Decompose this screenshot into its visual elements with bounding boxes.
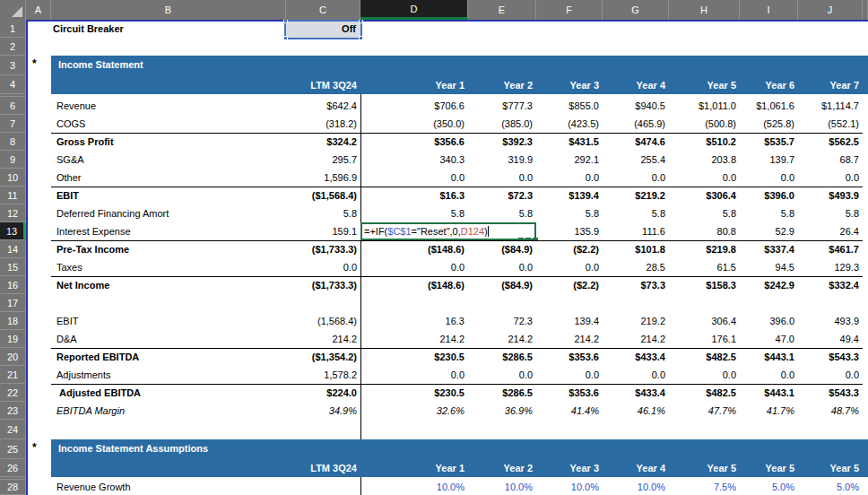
cell-D9[interactable]: 340.3 [360,151,468,169]
row-header-10[interactable]: 10 [0,169,26,187]
assumptions-banner[interactable]: Income Statement Assumptions LTM 3Q24Yea… [51,439,868,477]
cell-I13[interactable]: 52.9 [740,222,798,240]
as-col-header-4[interactable]: Year 4 [603,460,669,476]
row-header-17[interactable]: 17 [0,294,26,312]
cell-B20[interactable]: Reported EBITDA [51,349,286,366]
cell-B11[interactable]: EBIT [51,187,286,204]
cell-H21[interactable]: 0.0 [669,366,740,384]
cell-F21[interactable]: 0.0 [536,366,603,384]
is-col-header-3[interactable]: Year 3 [536,77,603,93]
cell-C9[interactable]: 295.7 [286,151,360,169]
cell-H7[interactable]: (500.8) [669,115,740,133]
cell-C6[interactable]: $642.4 [286,97,360,115]
cell-G14[interactable]: $101.8 [603,241,669,258]
cell-D14[interactable]: ($148.6) [360,241,468,258]
as-col-header-5[interactable]: Year 5 [669,460,740,476]
row-header-14[interactable]: 14 [0,240,26,258]
cell-H18[interactable]: 306.4 [669,312,740,330]
cell-I15[interactable]: 94.5 [740,258,798,276]
cell-G9[interactable]: 255.4 [603,151,669,169]
cell-H20[interactable]: $482.5 [669,349,740,366]
cell-D12[interactable]: 5.8 [360,204,468,222]
cell-E19[interactable]: 214.2 [468,330,536,348]
cell-G28[interactable]: 10.0% [603,480,669,495]
cell-J20[interactable]: $543.3 [798,349,863,366]
cell-I19[interactable]: 47.0 [740,330,798,348]
cell-H17[interactable] [669,294,740,312]
cell-B9[interactable]: SG&A [51,151,286,169]
row-header-8[interactable]: 8 [0,133,26,151]
row-header-3[interactable]: 3 [0,56,26,75]
cell-G22[interactable]: $433.4 [603,385,669,402]
income-statement-banner[interactable]: Income Statement LTM 3Q24Year 1Year 2Yea… [51,56,868,94]
cell-J8[interactable]: $562.5 [798,134,863,151]
row-header-20[interactable]: 20 [0,348,26,366]
cell-I7[interactable]: (525.8) [740,115,798,133]
row-header-16[interactable]: 16 [0,276,26,294]
cell-J28[interactable]: 5.0% [798,480,863,495]
cell-J7[interactable]: (552.1) [798,115,863,133]
cell-G23[interactable]: 46.1% [603,402,669,420]
cell-F23[interactable]: 41.4% [536,402,603,420]
cell-B23[interactable]: EBITDA Margin [51,402,286,420]
row-header-23[interactable]: 23 [0,402,26,420]
cell-F10[interactable]: 0.0 [536,169,603,187]
cell-B6[interactable]: Revenue [51,97,286,115]
cell-H14[interactable]: $219.8 [669,241,740,258]
cell-D6[interactable]: $706.6 [360,97,468,115]
row-header-11[interactable]: 11 [0,187,26,204]
cell-J15[interactable]: 129.3 [798,258,863,276]
as-col-header-0[interactable]: LTM 3Q24 [286,460,360,476]
cell-D18[interactable]: 16.3 [360,312,468,330]
cell-D19[interactable]: 214.2 [360,330,468,348]
is-col-header-7[interactable]: Year 7 [798,77,863,93]
cell-D17[interactable] [360,294,468,312]
cell-J9[interactable]: 68.7 [798,151,863,169]
cell-E18[interactable]: 72.3 [468,312,536,330]
formula-edit-cell-d13[interactable]: =+IF($C$1="Reset",0,D124) [360,222,536,240]
is-col-header-5[interactable]: Year 5 [669,77,740,93]
cell-I6[interactable]: $1,061.6 [740,97,798,115]
cell-H23[interactable]: 47.7% [669,402,740,420]
cell-F11[interactable]: $139.4 [536,187,603,204]
is-col-header-2[interactable]: Year 2 [468,77,536,93]
cell-B21[interactable]: Adjustments [51,366,286,384]
cell-H11[interactable]: $306.4 [669,187,740,204]
cell-I18[interactable]: 396.0 [740,312,798,330]
cell-D7[interactable]: (350.0) [360,115,468,133]
column-header-H[interactable]: H [669,0,740,20]
cell-H9[interactable]: 203.8 [669,151,740,169]
cell-B22[interactable]: Adjusted EBITDA [51,385,286,402]
select-all-corner[interactable] [0,0,26,20]
cell-I28[interactable]: 5.0% [740,480,798,495]
row-header-15[interactable]: 15 [0,258,26,276]
cell-J19[interactable]: 49.4 [798,330,863,348]
cell-H6[interactable]: $1,011.0 [669,97,740,115]
cell-J13[interactable]: 26.4 [798,222,863,240]
cell-F28[interactable]: 10.0% [536,480,603,495]
cell-D15[interactable]: 0.0 [360,258,468,276]
cell-J11[interactable]: $493.9 [798,187,863,204]
row-header-25[interactable]: 25 [0,439,26,459]
cell-E20[interactable]: $286.5 [468,349,536,366]
cell-D8[interactable]: $356.6 [360,134,468,151]
cell-C18[interactable]: (1,568.4) [286,312,360,330]
cell-G20[interactable]: $433.4 [603,349,669,366]
cell-B7[interactable]: COGS [51,115,286,133]
cell-J16[interactable]: $332.4 [798,277,863,294]
cell-G6[interactable]: $940.5 [603,97,669,115]
cell-G18[interactable]: 219.2 [603,312,669,330]
row-header-12[interactable]: 12 [0,204,26,222]
row-header-6[interactable]: 6 [0,97,26,115]
cell-E6[interactable]: $777.3 [468,97,536,115]
column-header-E[interactable]: E [468,0,536,20]
cell-I23[interactable]: 41.7% [740,402,798,420]
cell-B18[interactable]: EBIT [51,312,286,330]
cell-F6[interactable]: $855.0 [536,97,603,115]
cell-E17[interactable] [468,294,536,312]
cell-G21[interactable]: 0.0 [603,366,669,384]
cell-F9[interactable]: 292.1 [536,151,603,169]
cell-H8[interactable]: $510.2 [669,134,740,151]
cell-F19[interactable]: 214.2 [536,330,603,348]
cell-J6[interactable]: $1,114.7 [798,97,863,115]
